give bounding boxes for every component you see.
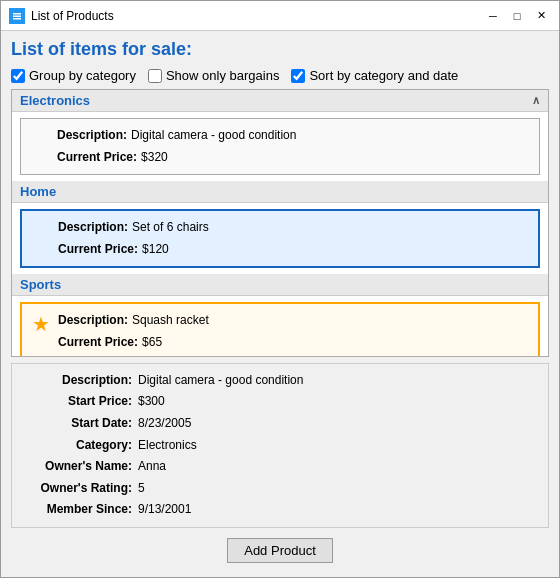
price-label: Current Price: — [57, 150, 137, 164]
detail-label-start-price: Start Price: — [22, 391, 132, 413]
toolbar: Group by category Show only bargains Sor… — [11, 68, 549, 83]
group-by-category-label[interactable]: Group by category — [11, 68, 136, 83]
list-item[interactable]: ★ Description:Squash racket Current Pric… — [20, 302, 540, 356]
category-header-sports[interactable]: Sports — [12, 274, 548, 296]
show-only-bargains-text: Show only bargains — [166, 68, 279, 83]
chevron-up-icon: ∧ — [532, 94, 540, 107]
window-icon — [9, 8, 25, 24]
group-by-category-checkbox[interactable] — [11, 69, 25, 83]
detail-value-owner-rating: 5 — [138, 478, 145, 500]
show-only-bargains-checkbox[interactable] — [148, 69, 162, 83]
description-label: Description: — [57, 128, 127, 142]
main-window: List of Products ─ □ ✕ List of items for… — [0, 0, 560, 578]
detail-value-start-price: $300 — [138, 391, 165, 413]
detail-panel: Description: Digital camera - good condi… — [11, 363, 549, 528]
maximize-button[interactable]: □ — [507, 8, 527, 24]
category-header-electronics[interactable]: Electronics ∧ — [12, 90, 548, 112]
detail-row-owner-name: Owner's Name: Anna — [22, 456, 538, 478]
price-value: $65 — [142, 335, 162, 349]
window-title: List of Products — [31, 9, 483, 23]
category-header-home[interactable]: Home — [12, 181, 548, 203]
sort-by-category-date-text: Sort by category and date — [309, 68, 458, 83]
description-label: Description: — [58, 220, 128, 234]
detail-label-start-date: Start Date: — [22, 413, 132, 435]
detail-value-owner-name: Anna — [138, 456, 166, 478]
category-name-home: Home — [20, 184, 56, 199]
price-label: Current Price: — [58, 335, 138, 349]
category-name-sports: Sports — [20, 277, 61, 292]
detail-value-member-since: 9/13/2001 — [138, 499, 191, 521]
description-label: Description: — [58, 313, 128, 327]
detail-label-owner-name: Owner's Name: — [22, 456, 132, 478]
content-area: List of items for sale: Group by categor… — [1, 31, 559, 577]
detail-row-start-date: Start Date: 8/23/2005 — [22, 413, 538, 435]
product-list[interactable]: Electronics ∧ ★ Description:Digital came… — [11, 89, 549, 357]
page-title: List of items for sale: — [11, 39, 549, 60]
detail-label-description: Description: — [22, 370, 132, 392]
detail-label-category: Category: — [22, 435, 132, 457]
detail-value-category: Electronics — [138, 435, 197, 457]
bottom-bar: Add Product — [11, 534, 549, 569]
detail-row-start-price: Start Price: $300 — [22, 391, 538, 413]
description-value: Set of 6 chairs — [132, 220, 209, 234]
detail-row-owner-rating: Owner's Rating: 5 — [22, 478, 538, 500]
product-info: Description:Squash racket Current Price:… — [58, 310, 209, 353]
price-value: $120 — [142, 242, 169, 256]
sort-by-category-date-checkbox[interactable] — [291, 69, 305, 83]
price-value: $320 — [141, 150, 168, 164]
detail-row-description: Description: Digital camera - good condi… — [22, 370, 538, 392]
minimize-button[interactable]: ─ — [483, 8, 503, 24]
product-info: Description:Set of 6 chairs Current Pric… — [58, 217, 209, 260]
description-value: Digital camera - good condition — [131, 128, 296, 142]
show-only-bargains-label[interactable]: Show only bargains — [148, 68, 279, 83]
title-bar: List of Products ─ □ ✕ — [1, 1, 559, 31]
svg-rect-3 — [13, 18, 21, 20]
detail-label-owner-rating: Owner's Rating: — [22, 478, 132, 500]
sort-by-category-date-label[interactable]: Sort by category and date — [291, 68, 458, 83]
detail-value-start-date: 8/23/2005 — [138, 413, 191, 435]
close-button[interactable]: ✕ — [531, 8, 551, 24]
list-item[interactable]: ★ Description:Digital camera - good cond… — [20, 118, 540, 175]
svg-rect-2 — [13, 15, 21, 17]
detail-value-description: Digital camera - good condition — [138, 370, 303, 392]
price-label: Current Price: — [58, 242, 138, 256]
group-by-category-text: Group by category — [29, 68, 136, 83]
product-info: Description:Digital camera - good condit… — [57, 125, 296, 168]
add-product-button[interactable]: Add Product — [227, 538, 333, 563]
description-value: Squash racket — [132, 313, 209, 327]
svg-rect-1 — [13, 13, 21, 15]
detail-label-member-since: Member Since: — [22, 499, 132, 521]
detail-row-category: Category: Electronics — [22, 435, 538, 457]
category-name-electronics: Electronics — [20, 93, 90, 108]
detail-row-member-since: Member Since: 9/13/2001 — [22, 499, 538, 521]
bargain-star-icon: ★ — [32, 312, 50, 336]
window-controls: ─ □ ✕ — [483, 8, 551, 24]
list-item[interactable]: ★ Description:Set of 6 chairs Current Pr… — [20, 209, 540, 268]
